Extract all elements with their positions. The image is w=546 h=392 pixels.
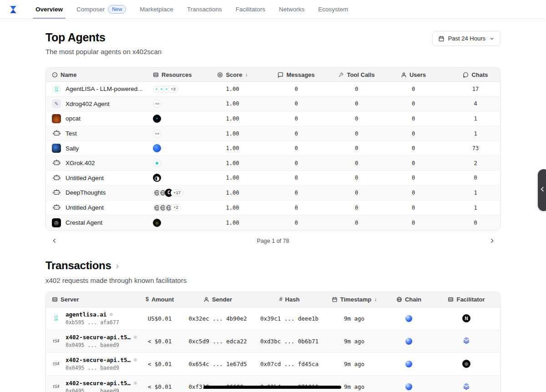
status-dot	[134, 358, 137, 362]
col-hash[interactable]: #Hash	[255, 296, 324, 303]
col-messages[interactable]: Messages	[255, 71, 337, 78]
wrench-icon	[338, 72, 344, 78]
messages-value: 0	[255, 160, 337, 166]
top-agents-table: Name Resources Score↓ Messages Tool Call…	[46, 67, 500, 231]
calendar-icon	[332, 297, 338, 302]
resources-cell	[153, 144, 210, 152]
amount-value: < $0.01	[139, 361, 180, 367]
chevron-left-icon	[540, 186, 545, 194]
col-tool-calls[interactable]: Tool Calls	[337, 71, 376, 78]
x402scan-logo-icon[interactable]	[8, 5, 18, 15]
server-avatar: tS4	[51, 382, 61, 392]
collapse-panel-toggle[interactable]	[538, 169, 546, 211]
target-icon	[52, 72, 58, 78]
resource-icon: ◑	[153, 174, 161, 182]
base-chain-icon	[405, 315, 412, 322]
col-users[interactable]: Users	[376, 71, 451, 78]
nav-item-composer[interactable]: ComposerNew	[76, 0, 126, 19]
col-server[interactable]: Server	[46, 296, 139, 303]
col-chain[interactable]: Chain	[385, 296, 433, 303]
layers-stack-icon	[462, 382, 470, 392]
top-agents-subtitle: The most popular agents on x402scan	[46, 48, 162, 55]
table-row[interactable]: opcat ✕ 1.00 0 0 0 1	[46, 111, 500, 126]
resource-icon: tS4	[153, 130, 161, 138]
transactions-title-row[interactable]: Transactions ›	[46, 259, 500, 272]
nav-item-facilitators[interactable]: Facilitators	[236, 0, 265, 19]
status-dot	[134, 382, 137, 385]
agent-avatar: LI SA	[52, 85, 61, 94]
resource-icon	[153, 144, 161, 152]
page: Overview ComposerNew Marketplace Transac…	[0, 0, 546, 392]
nav-item-marketplace[interactable]: Marketplace	[140, 0, 173, 19]
status-dot	[134, 336, 137, 339]
new-badge: New	[108, 5, 126, 14]
server-address: 0x0495 ... baeed9	[66, 365, 137, 372]
col-resources[interactable]: Resources	[153, 71, 210, 78]
table-row[interactable]: Untitled Agent +2 1.00 0 0 0 1	[46, 201, 500, 216]
server-name: x402-secure-api.t5…	[66, 357, 131, 363]
col-name[interactable]: Name	[46, 71, 153, 78]
amount-value: < $0.01	[139, 338, 180, 345]
transaction-row[interactable]: tS4 x402-secure-api.t5… 0x0495 ... baeed…	[46, 376, 500, 392]
col-score[interactable]: Score↓	[210, 71, 255, 78]
resource-icon	[153, 159, 161, 167]
resource-icon: ◎	[153, 219, 161, 227]
server-name: x402-secure-api.t5…	[66, 334, 131, 341]
messages-value: 0	[255, 101, 337, 107]
server-address: 0xb505 ... afa677	[66, 320, 119, 326]
table-row[interactable]: ◎Crestal Agent ◎ 1.00 0 0 0 0	[46, 215, 500, 230]
table-row[interactable]: XGrok.402 1.00 0 0 0 2	[46, 156, 500, 171]
table-row[interactable]: Untitled Agent ◑ 1.00 0 0 0 0	[46, 171, 500, 186]
user-icon	[401, 72, 407, 78]
tool-calls-value: 0	[337, 101, 376, 107]
base-chain-icon	[405, 338, 412, 345]
chats-value: 1	[451, 205, 500, 211]
table-row[interactable]: DeepThoughts C+17 1.00 0 0 0 1	[46, 186, 500, 201]
table-row[interactable]: LI SAAgentLISA - LLM-powered... +3 1.00 …	[46, 82, 500, 97]
table-row[interactable]: ✎Xdrog402 Agent tS4 1.00 0 0 0 4	[46, 97, 500, 112]
transaction-row[interactable]: tS4 x402-secure-api.t5… 0x0495 ... baeed…	[46, 353, 500, 376]
agent-name: AgentLISA - LLM-powered...	[66, 85, 143, 92]
resource-count-badge: +2	[171, 204, 181, 211]
messages-value: 0	[255, 116, 337, 122]
col-sender[interactable]: Sender	[180, 296, 255, 303]
chats-value: 0	[451, 220, 500, 226]
redaction-bar	[203, 386, 341, 389]
agent-name: Untitled Agent	[66, 204, 104, 211]
table-row[interactable]: Test tS4 1.00 0 0 0 1	[46, 126, 500, 141]
col-amount[interactable]: $Amount	[139, 296, 180, 303]
agent-name: Crestal Agent	[66, 219, 102, 226]
prev-page-button[interactable]	[48, 235, 60, 247]
top-agents-header: Top Agents The most popular agents on x4…	[46, 31, 500, 55]
transaction-row[interactable]: tS4 x402-secure-api.t5… 0x0495 ... baeed…	[46, 330, 500, 353]
chats-value: 4	[451, 101, 500, 107]
score-value: 1.00	[210, 190, 255, 196]
resource-icon: tS4	[153, 100, 161, 108]
tool-calls-value: 0	[337, 220, 376, 226]
col-timestamp[interactable]: Timestamp↓	[324, 296, 385, 303]
resources-cell	[153, 159, 210, 167]
col-chats[interactable]: Chats	[451, 71, 500, 78]
nav-item-transactions[interactable]: Transactions	[187, 0, 222, 19]
messages-value: 0	[255, 145, 337, 151]
base-chain-icon	[405, 383, 412, 390]
server-name: agentlisa.ai	[66, 311, 106, 318]
transaction-row[interactable]: LI SA agentlisa.ai 0xb505 ... afa677 US$…	[46, 307, 500, 330]
user-icon	[203, 297, 209, 302]
col-facilitator[interactable]: Facilitator	[433, 296, 500, 303]
status-dot	[110, 313, 113, 316]
nav-item-networks[interactable]: Networks	[279, 0, 304, 19]
score-value: 1.00	[210, 175, 255, 181]
next-page-button[interactable]	[486, 235, 498, 247]
hash-icon: #	[279, 296, 283, 302]
agent-avatar	[52, 114, 61, 123]
chats-value: 0	[451, 175, 500, 181]
nav-item-ecosystem[interactable]: Ecosystem	[318, 0, 348, 19]
server-avatar: tS4	[51, 336, 61, 347]
agent-name: Untitled Agent	[66, 175, 104, 181]
users-value: 0	[376, 175, 451, 181]
nav-item-overview[interactable]: Overview	[35, 0, 63, 19]
table-row[interactable]: Sally 1.00 0 0 0 73	[46, 141, 500, 156]
time-range-button[interactable]: Past 24 Hours	[432, 31, 500, 46]
tool-calls-value: 0	[337, 116, 376, 122]
